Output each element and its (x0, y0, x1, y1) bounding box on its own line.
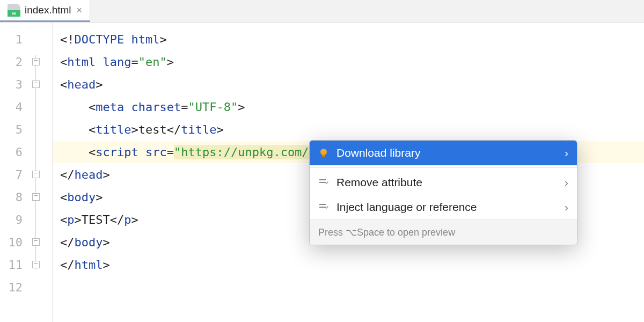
svg-rect-3 (319, 182, 326, 183)
code-line[interactable]: </html> (53, 253, 644, 276)
line-number: 2 (0, 50, 30, 73)
code-line[interactable] (53, 276, 644, 298)
line-number: 10 (0, 231, 30, 253)
chevron-right-icon: › (565, 176, 568, 189)
code-line[interactable]: <!DOCTYPE html> (53, 28, 644, 50)
code-line[interactable]: <meta charset="UTF-8"> (53, 96, 644, 118)
fold-toggle-icon[interactable] (32, 261, 40, 268)
popup-item-label: Download library (336, 147, 420, 159)
fold-toggle-icon[interactable] (32, 80, 40, 88)
fold-toggle-icon[interactable] (32, 238, 40, 246)
code-line[interactable]: <html lang="en"> (53, 50, 644, 73)
line-number: 5 (0, 118, 30, 141)
line-number-gutter: 123456789101112 (0, 23, 30, 322)
line-number: 3 (0, 73, 30, 96)
svg-rect-1 (322, 155, 325, 157)
line-number: 4 (0, 96, 30, 118)
popup-item-label: Remove attribute (336, 176, 422, 189)
line-number: 8 (0, 186, 30, 208)
edit-icon (318, 177, 329, 188)
svg-rect-2 (319, 179, 326, 180)
file-tab[interactable]: H index.html × (0, 0, 90, 22)
line-number: 12 (0, 276, 30, 298)
popup-footer: Press ⌥Space to open preview (310, 219, 577, 245)
line-number: 7 (0, 163, 30, 186)
close-icon[interactable]: × (77, 5, 83, 16)
popup-item[interactable]: Remove attribute› (310, 170, 577, 195)
lightbulb-icon (318, 148, 329, 158)
line-number: 9 (0, 208, 30, 231)
svg-point-0 (320, 149, 327, 155)
code-line[interactable]: <head> (53, 73, 644, 96)
chevron-right-icon: › (565, 147, 568, 159)
line-number: 11 (0, 253, 30, 276)
fold-gutter (30, 23, 53, 322)
fold-toggle-icon[interactable] (32, 171, 40, 178)
line-number: 6 (0, 141, 30, 163)
tab-bar: H index.html × (0, 0, 644, 23)
intention-popup: Download library›Remove attribute›Inject… (309, 140, 577, 245)
svg-rect-4 (319, 204, 326, 205)
fold-toggle-icon[interactable] (32, 193, 40, 201)
line-number: 1 (0, 28, 30, 50)
fold-toggle-icon[interactable] (32, 58, 40, 65)
code-line[interactable]: <title>test</title> (53, 118, 644, 141)
popup-item-label: Inject language or reference (336, 201, 477, 214)
popup-item[interactable]: Download library› (310, 141, 577, 165)
popup-item[interactable]: Inject language or reference› (310, 195, 577, 219)
tab-filename: index.html (25, 4, 71, 16)
svg-rect-5 (319, 207, 326, 208)
html-file-icon: H (8, 4, 20, 17)
edit-icon (318, 202, 329, 213)
chevron-right-icon: › (565, 201, 568, 214)
